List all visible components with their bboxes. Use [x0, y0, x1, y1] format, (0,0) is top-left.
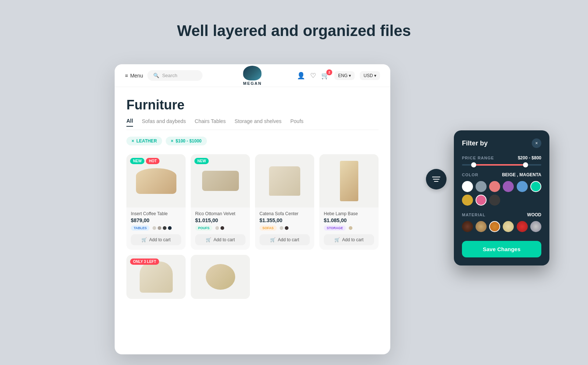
- cart-icon[interactable]: 🛒 2: [321, 72, 329, 80]
- filter-chip-leather[interactable]: × LEATHER: [126, 137, 162, 145]
- color-dots-1: [153, 226, 172, 230]
- color-swatch-gold[interactable]: [462, 195, 473, 206]
- tab-all[interactable]: All: [126, 118, 133, 127]
- color-dot[interactable]: [168, 226, 172, 230]
- color-swatch-dark[interactable]: [489, 195, 500, 206]
- color-label: COLOR: [462, 173, 478, 177]
- price-slider-thumb-right[interactable]: [523, 162, 528, 167]
- color-swatch-white[interactable]: [462, 181, 473, 192]
- filter-icon: [432, 176, 440, 182]
- color-dot[interactable]: [349, 226, 352, 230]
- tab-poufs[interactable]: Poufs: [290, 118, 304, 126]
- page-title: Well layered and organized files: [177, 22, 411, 40]
- save-changes-button[interactable]: Save Changes: [462, 241, 541, 257]
- cart-icon-small: 🛒: [141, 237, 147, 242]
- filter-close-button[interactable]: ×: [532, 138, 541, 148]
- product-price-4: $1.085,00: [324, 217, 374, 223]
- language-selector[interactable]: ENG ▾: [334, 71, 355, 80]
- product-image-1: NEW HOT: [126, 154, 186, 207]
- add-to-cart-label-1: Add to cart: [149, 237, 171, 242]
- product-meta-1: TABLES: [131, 225, 181, 231]
- product-card-5: ONLY 3 LEFT: [126, 255, 186, 299]
- chip-price-label: $100 - $1000: [176, 138, 202, 144]
- menu-icon: ≡: [125, 73, 128, 79]
- add-to-cart-label-2: Add to cart: [214, 237, 235, 242]
- filter-chips: × LEATHER × $100 - $1000: [126, 137, 379, 145]
- content-area: Furniture All Sofas and daybeds Chairs T…: [115, 87, 390, 309]
- color-dot[interactable]: [153, 226, 156, 230]
- chip-remove-price[interactable]: ×: [171, 138, 173, 144]
- color-dot[interactable]: [163, 226, 166, 230]
- color-dot[interactable]: [285, 226, 288, 230]
- product-card-1: NEW HOT Insert Coffee Table $879,00 TABL…: [126, 154, 186, 250]
- color-swatch-blue[interactable]: [517, 181, 528, 192]
- material-header: MATERIAL WOOD: [462, 212, 541, 217]
- cart-icon-small-4: 🛒: [334, 237, 340, 242]
- product-category-2: POUFS: [195, 225, 212, 231]
- product-info-2: Rico Ottoman Velvet $1.015,00 POUFS 🛒 Ad…: [191, 207, 250, 250]
- color-dot[interactable]: [220, 226, 224, 230]
- color-swatch-rose[interactable]: [476, 195, 487, 206]
- chip-leather-label: LEATHER: [136, 138, 157, 144]
- color-dot[interactable]: [158, 226, 161, 230]
- product-category-1: TABLES: [131, 225, 150, 231]
- color-dot[interactable]: [280, 226, 283, 230]
- filter-chip-price[interactable]: × $100 - $1000: [166, 137, 207, 145]
- color-dot[interactable]: [215, 226, 219, 230]
- nav-left: ≡ Menu 🔍 Search: [125, 70, 202, 81]
- tab-sofas[interactable]: Sofas and daybeds: [142, 118, 186, 126]
- add-to-cart-label-3: Add to cart: [278, 237, 299, 242]
- price-slider-track: [462, 164, 541, 166]
- product-image-6: [191, 255, 250, 299]
- material-swatch-cream[interactable]: [503, 221, 514, 232]
- logo-text: MEGAN: [243, 81, 262, 86]
- add-to-cart-button-1[interactable]: 🛒 Add to cart: [131, 234, 181, 245]
- color-swatch-purple[interactable]: [503, 181, 514, 192]
- currency-selector[interactable]: USD ▾: [360, 71, 380, 80]
- material-swatch-brown[interactable]: [462, 221, 473, 232]
- logo-area: MEGAN: [243, 66, 262, 86]
- search-icon: 🔍: [153, 73, 159, 78]
- filter-panel: Filter by × PRICE RANGE $200 - $800 COLO…: [454, 130, 549, 265]
- account-icon[interactable]: 👤: [297, 72, 305, 80]
- product-image-chair2: [140, 261, 173, 293]
- add-to-cart-button-3[interactable]: 🛒 Add to cart: [259, 234, 310, 245]
- language-label: ENG: [338, 73, 348, 78]
- tab-storage[interactable]: Storage and shelves: [234, 118, 282, 126]
- price-range-header: PRICE RANGE $200 - $800: [462, 155, 541, 160]
- add-to-cart-button-2[interactable]: 🛒 Add to cart: [195, 234, 245, 245]
- product-price-2: $1.015,00: [195, 217, 245, 223]
- wishlist-icon[interactable]: ♡: [310, 72, 316, 80]
- furniture-heading: Furniture: [126, 97, 379, 113]
- product-badges-5: ONLY 3 LEFT: [130, 259, 159, 265]
- tab-chairs[interactable]: Chairs Tables: [195, 118, 226, 126]
- color-swatch-teal[interactable]: [530, 181, 541, 192]
- material-swatch-tan[interactable]: [476, 221, 487, 232]
- product-meta-4: STORAGE: [324, 225, 374, 231]
- price-slider-fill: [474, 164, 525, 166]
- product-info-3: Catena Sofa Center $1.355,00 SOFAS 🛒 Add…: [255, 207, 314, 250]
- color-swatches: [462, 181, 541, 206]
- product-name-3: Catena Sofa Center: [259, 211, 310, 216]
- material-label: MATERIAL: [462, 213, 485, 217]
- material-swatch-red[interactable]: [517, 221, 528, 232]
- search-box[interactable]: 🔍 Search: [147, 70, 202, 81]
- filter-toggle-button[interactable]: [426, 169, 447, 189]
- product-category-4: STORAGE: [324, 225, 346, 231]
- color-swatch-gray[interactable]: [476, 181, 487, 192]
- menu-button[interactable]: ≡ Menu: [125, 73, 143, 79]
- price-slider-thumb-left[interactable]: [471, 162, 476, 167]
- color-section: COLOR BEIGE , MAGENTA: [462, 172, 541, 206]
- material-section: MATERIAL WOOD: [462, 212, 541, 232]
- price-range-value: $200 - $800: [518, 155, 541, 160]
- chip-remove-leather[interactable]: ×: [132, 138, 134, 144]
- material-swatch-silver[interactable]: [530, 221, 541, 232]
- product-grid: NEW HOT Insert Coffee Table $879,00 TABL…: [126, 154, 379, 250]
- color-swatch-salmon[interactable]: [489, 181, 500, 192]
- material-swatch-amber[interactable]: [489, 221, 500, 232]
- product-info-1: Insert Coffee Table $879,00 TABLES 🛒: [126, 207, 186, 250]
- empty-slot-1: [255, 255, 314, 299]
- price-range-section: PRICE RANGE $200 - $800: [462, 155, 541, 166]
- add-to-cart-button-4[interactable]: 🛒 Add to cart: [324, 234, 374, 245]
- product-info-4: Hebe Lamp Base $1.085,00 STORAGE 🛒 Add t…: [319, 207, 379, 250]
